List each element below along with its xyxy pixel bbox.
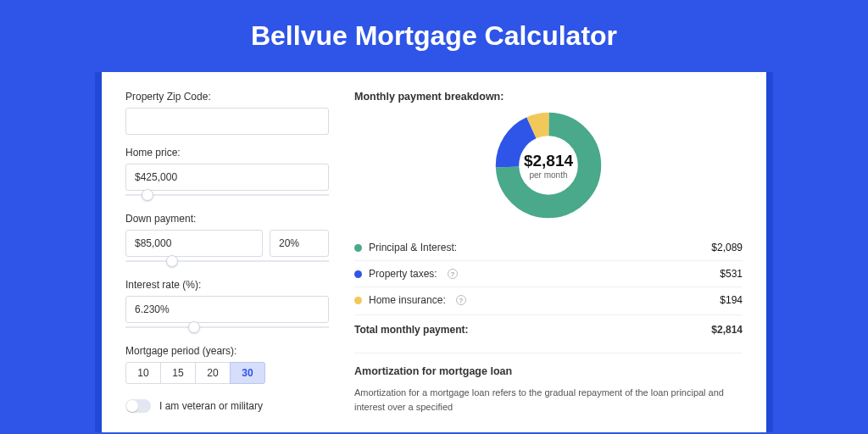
total-value: $2,814 [711,324,743,336]
legend-value: $194 [720,294,743,306]
interest-rate-label: Interest rate (%): [125,279,329,291]
zip-input[interactable] [125,108,329,135]
interest-rate-slider[interactable] [125,321,329,333]
field-down-payment: Down payment: [125,213,329,267]
donut-center: $2,814 per month [524,152,573,180]
legend-label: Property taxes: [369,268,437,280]
field-period: Mortgage period (years): 10152030 [125,345,329,384]
amortization-text: Amortization for a mortgage loan refers … [354,386,743,414]
home-price-slider[interactable] [125,189,329,201]
donut-center-value: $2,814 [524,152,573,170]
calculator-card: Property Zip Code: Home price: Down paym… [102,72,766,432]
home-price-input[interactable] [125,164,329,191]
legend-dot [354,297,362,304]
period-option-30[interactable]: 30 [230,362,265,384]
legend-value: $2,089 [711,242,743,253]
amortization-title: Amortization for mortgage loan [354,365,743,377]
field-interest-rate: Interest rate (%): [125,279,329,333]
legend-value: $531 [720,268,743,280]
period-option-15[interactable]: 15 [160,362,196,384]
veteran-toggle-knob [126,400,138,412]
total-label: Total monthly payment: [354,324,468,336]
field-home-price: Home price: [125,147,329,201]
veteran-label: I am veteran or military [159,400,263,412]
down-payment-label: Down payment: [125,213,329,225]
breakdown-title: Monthly payment breakdown: [354,91,743,103]
amortization-section: Amortization for mortgage loan Amortizat… [354,353,743,414]
field-zip: Property Zip Code: [125,91,329,135]
down-payment-percent-input[interactable] [270,230,329,257]
legend-row: Property taxes:?$531 [354,261,743,287]
down-payment-amount-input[interactable] [125,230,263,257]
page-title: Bellvue Mortgage Calculator [251,20,617,52]
home-price-slider-thumb[interactable] [142,189,153,201]
interest-rate-slider-thumb[interactable] [188,321,200,333]
help-icon[interactable]: ? [456,295,466,305]
donut-chart-wrap: $2,814 per month [354,111,743,220]
form-column: Property Zip Code: Home price: Down paym… [125,91,329,414]
donut-center-sub: per month [524,170,573,180]
legend-label: Home insurance: [369,294,446,306]
legend-label: Principal & Interest: [369,242,457,253]
legend-row: Home insurance:?$194 [354,287,743,313]
veteran-row: I am veteran or military [125,399,329,413]
period-label: Mortgage period (years): [125,345,329,357]
veteran-toggle[interactable] [125,399,151,413]
period-option-10[interactable]: 10 [125,362,161,384]
total-row: Total monthly payment: $2,814 [354,314,743,346]
help-icon[interactable]: ? [448,269,458,279]
legend-dot [354,270,362,278]
card-shadow: Property Zip Code: Home price: Down paym… [95,72,773,432]
down-payment-slider[interactable] [125,255,329,267]
zip-label: Property Zip Code: [125,91,329,103]
legend-row: Principal & Interest:$2,089 [354,235,743,261]
breakdown-column: Monthly payment breakdown: $2,814 per mo… [354,91,743,414]
down-payment-slider-thumb[interactable] [166,255,178,267]
home-price-label: Home price: [125,147,329,159]
legend-dot [354,244,362,252]
interest-rate-input[interactable] [125,296,329,323]
period-option-20[interactable]: 20 [195,362,231,384]
